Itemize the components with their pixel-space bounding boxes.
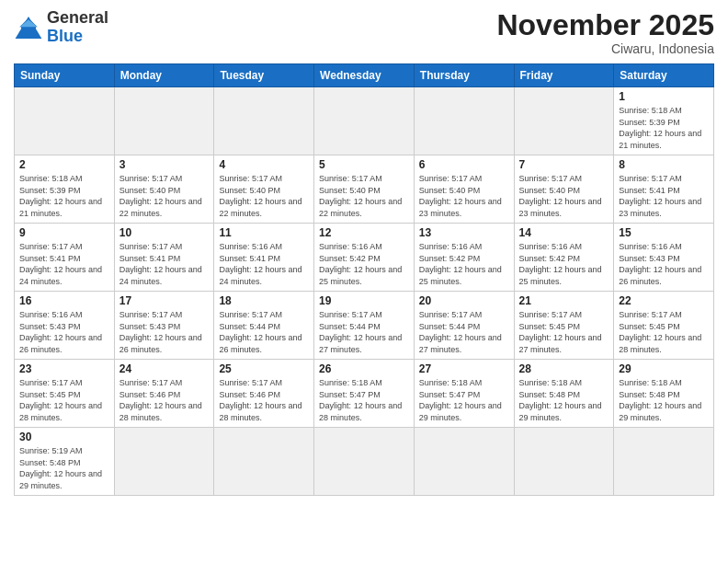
day-number: 17 [119,294,210,307]
calendar-cell [15,87,115,155]
day-number: 24 [119,362,210,375]
day-info: Sunrise: 5:18 AMSunset: 5:47 PMDaylight:… [419,377,509,423]
day-number: 10 [119,226,210,239]
day-info: Sunrise: 5:18 AMSunset: 5:39 PMDaylight:… [619,105,709,151]
day-info: Sunrise: 5:16 AMSunset: 5:42 PMDaylight:… [319,241,409,287]
day-info: Sunrise: 5:17 AMSunset: 5:40 PMDaylight:… [219,173,309,219]
day-number: 4 [219,158,309,171]
day-info: Sunrise: 5:18 AMSunset: 5:39 PMDaylight:… [19,173,109,219]
day-number: 27 [419,362,509,375]
day-info: Sunrise: 5:17 AMSunset: 5:41 PMDaylight:… [19,241,109,287]
calendar-cell: 28Sunrise: 5:18 AMSunset: 5:48 PMDayligh… [514,360,614,428]
day-info: Sunrise: 5:17 AMSunset: 5:45 PMDaylight:… [519,309,609,355]
calendar-cell: 11Sunrise: 5:16 AMSunset: 5:41 PMDayligh… [214,224,314,292]
calendar-cell: 23Sunrise: 5:17 AMSunset: 5:45 PMDayligh… [15,360,115,428]
week-row-1: 2Sunrise: 5:18 AMSunset: 5:39 PMDaylight… [15,155,714,224]
day-number: 16 [19,294,109,307]
day-number: 20 [419,294,509,307]
day-info: Sunrise: 5:16 AMSunset: 5:42 PMDaylight:… [519,241,609,287]
day-header-thursday: Thursday [414,64,514,87]
calendar-cell [314,87,415,155]
day-header-friday: Friday [514,64,614,87]
day-number: 14 [519,226,609,239]
day-info: Sunrise: 5:17 AMSunset: 5:44 PMDaylight:… [419,309,509,355]
day-info: Sunrise: 5:18 AMSunset: 5:47 PMDaylight:… [319,377,409,423]
days-header-row: SundayMondayTuesdayWednesdayThursdayFrid… [15,64,714,87]
day-header-saturday: Saturday [614,64,714,87]
week-row-3: 16Sunrise: 5:16 AMSunset: 5:43 PMDayligh… [15,292,714,360]
day-number: 23 [19,362,109,375]
day-header-tuesday: Tuesday [214,64,314,87]
calendar-cell: 1Sunrise: 5:18 AMSunset: 5:39 PMDaylight… [614,87,714,155]
day-number: 28 [519,362,609,375]
day-info: Sunrise: 5:17 AMSunset: 5:40 PMDaylight:… [519,173,609,219]
logo: General Blue [14,9,108,46]
week-row-0: 1Sunrise: 5:18 AMSunset: 5:39 PMDaylight… [15,87,714,155]
calendar-cell: 17Sunrise: 5:17 AMSunset: 5:43 PMDayligh… [114,292,214,360]
calendar-table: SundayMondayTuesdayWednesdayThursdayFrid… [14,63,714,495]
page: General Blue November 2025 Ciwaru, Indon… [0,0,728,563]
day-number: 1 [619,90,709,103]
calendar-cell [114,428,214,495]
calendar-cell: 22Sunrise: 5:17 AMSunset: 5:45 PMDayligh… [614,292,714,360]
calendar-cell: 2Sunrise: 5:18 AMSunset: 5:39 PMDaylight… [15,155,115,224]
month-year-title: November 2025 [496,9,714,41]
svg-rect-2 [21,25,36,35]
day-number: 22 [619,294,709,307]
day-number: 29 [619,362,709,375]
day-info: Sunrise: 5:17 AMSunset: 5:40 PMDaylight:… [419,173,509,219]
day-number: 25 [219,362,309,375]
day-info: Sunrise: 5:16 AMSunset: 5:43 PMDaylight:… [19,309,109,355]
calendar-cell [214,428,314,495]
logo-text: General Blue [47,9,108,46]
calendar-cell: 14Sunrise: 5:16 AMSunset: 5:42 PMDayligh… [514,224,614,292]
calendar-cell: 9Sunrise: 5:17 AMSunset: 5:41 PMDaylight… [15,224,115,292]
day-info: Sunrise: 5:17 AMSunset: 5:44 PMDaylight:… [219,309,309,355]
day-info: Sunrise: 5:16 AMSunset: 5:42 PMDaylight:… [419,241,509,287]
day-info: Sunrise: 5:17 AMSunset: 5:41 PMDaylight:… [119,241,210,287]
calendar-cell [514,428,614,495]
day-header-monday: Monday [114,64,214,87]
calendar-cell: 29Sunrise: 5:18 AMSunset: 5:48 PMDayligh… [614,360,714,428]
day-number: 18 [219,294,309,307]
day-info: Sunrise: 5:17 AMSunset: 5:44 PMDaylight:… [319,309,409,355]
day-number: 3 [119,158,210,171]
day-info: Sunrise: 5:17 AMSunset: 5:46 PMDaylight:… [219,377,309,423]
day-number: 5 [319,158,409,171]
day-number: 15 [619,226,709,239]
day-info: Sunrise: 5:17 AMSunset: 5:40 PMDaylight:… [119,173,210,219]
calendar-cell [314,428,415,495]
day-number: 6 [419,158,509,171]
location-text: Ciwaru, Indonesia [496,41,714,56]
day-number: 9 [19,226,109,239]
calendar-cell [514,87,614,155]
day-info: Sunrise: 5:16 AMSunset: 5:41 PMDaylight:… [219,241,309,287]
calendar-cell [414,428,514,495]
day-info: Sunrise: 5:19 AMSunset: 5:48 PMDaylight:… [19,445,109,491]
calendar-cell: 4Sunrise: 5:17 AMSunset: 5:40 PMDaylight… [214,155,314,224]
day-number: 8 [619,158,709,171]
day-info: Sunrise: 5:18 AMSunset: 5:48 PMDaylight:… [619,377,709,423]
calendar-cell: 24Sunrise: 5:17 AMSunset: 5:46 PMDayligh… [114,360,214,428]
day-number: 12 [319,226,409,239]
day-info: Sunrise: 5:17 AMSunset: 5:41 PMDaylight:… [619,173,709,219]
calendar-cell: 26Sunrise: 5:18 AMSunset: 5:47 PMDayligh… [314,360,415,428]
day-number: 2 [19,158,109,171]
day-header-sunday: Sunday [15,64,115,87]
day-info: Sunrise: 5:18 AMSunset: 5:48 PMDaylight:… [519,377,609,423]
calendar-cell: 25Sunrise: 5:17 AMSunset: 5:46 PMDayligh… [214,360,314,428]
calendar-cell: 12Sunrise: 5:16 AMSunset: 5:42 PMDayligh… [314,224,415,292]
calendar-cell: 5Sunrise: 5:17 AMSunset: 5:40 PMDaylight… [314,155,415,224]
calendar-cell: 20Sunrise: 5:17 AMSunset: 5:44 PMDayligh… [414,292,514,360]
calendar-cell [214,87,314,155]
day-number: 21 [519,294,609,307]
day-number: 11 [219,226,309,239]
calendar-cell: 13Sunrise: 5:16 AMSunset: 5:42 PMDayligh… [414,224,514,292]
day-info: Sunrise: 5:17 AMSunset: 5:45 PMDaylight:… [619,309,709,355]
header: General Blue November 2025 Ciwaru, Indon… [14,9,714,56]
day-number: 30 [19,431,109,443]
day-number: 19 [319,294,409,307]
logo-icon [14,15,43,40]
title-block: November 2025 Ciwaru, Indonesia [496,9,714,56]
calendar-cell: 21Sunrise: 5:17 AMSunset: 5:45 PMDayligh… [514,292,614,360]
